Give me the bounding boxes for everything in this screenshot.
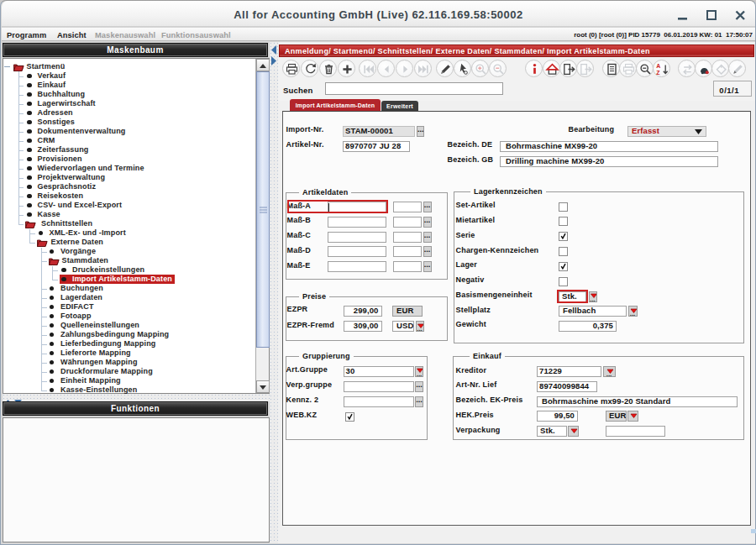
svg-text:A: A <box>656 63 660 69</box>
svg-text:Z: Z <box>656 70 660 76</box>
